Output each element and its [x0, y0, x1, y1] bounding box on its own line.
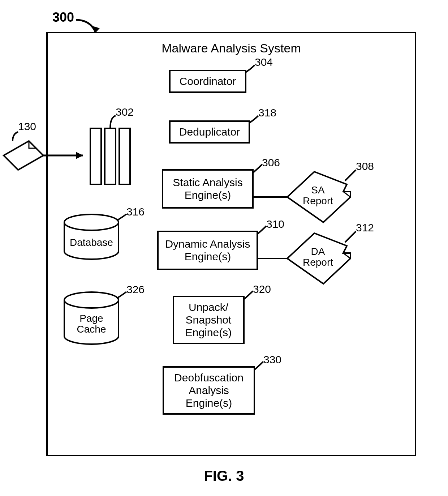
svg-rect-1 — [105, 128, 116, 184]
ref-306: 306 — [262, 157, 280, 168]
static-engine-l2: Engine(s) — [185, 189, 231, 201]
coordinator-label: Coordinator — [180, 75, 236, 87]
dynamic-engine-l1: Dynamic Analysis — [165, 238, 250, 250]
unpack-engine-l2: Snapshot — [186, 314, 232, 326]
sa-report-l2: Report — [303, 195, 333, 206]
figure-number: 300 — [52, 10, 74, 25]
da-report-l2: Report — [303, 257, 333, 268]
leader-326 — [117, 292, 126, 298]
static-engine-l1: Static Analysis — [173, 176, 242, 188]
ref-310: 310 — [266, 218, 284, 230]
deobf-engine-l1: Deobfuscation — [174, 372, 244, 384]
ref-304: 304 — [255, 56, 273, 68]
leader-312 — [345, 231, 356, 242]
leader-308 — [345, 170, 356, 181]
deduplicator-label: Deduplicator — [179, 126, 240, 138]
svg-point-3 — [64, 214, 119, 230]
unpack-engine-l1: Unpack/ — [189, 301, 229, 313]
leader-310 — [257, 226, 266, 234]
unpack-engine-l3: Engine(s) — [185, 326, 232, 338]
input-document-icon — [4, 141, 43, 170]
database-label: Database — [70, 237, 113, 248]
deobf-engine-l2: Analysis — [189, 384, 229, 396]
deobf-engine-l3: Engine(s) — [186, 397, 232, 409]
ref-320: 320 — [253, 283, 271, 295]
leader-330 — [254, 362, 263, 370]
da-report-l1: DA — [311, 246, 325, 257]
figure-caption: FIG. 3 — [204, 468, 244, 484]
ref-302: 302 — [116, 106, 134, 118]
ref-318: 318 — [258, 107, 276, 119]
page-cache-l1: Page — [79, 313, 103, 324]
leader-130 — [13, 132, 18, 141]
sa-report-l1: SA — [311, 184, 325, 196]
ref-130: 130 — [18, 120, 36, 132]
svg-rect-2 — [119, 128, 130, 184]
svg-rect-0 — [90, 128, 101, 184]
arrow-in-head-icon — [76, 152, 83, 159]
ref-312: 312 — [356, 222, 374, 234]
page-cache-l2: Cache — [77, 324, 106, 335]
leader-318 — [249, 116, 258, 123]
ref-330: 330 — [263, 354, 281, 365]
leader-304 — [246, 65, 255, 72]
leader-306 — [253, 164, 262, 173]
system-title: Malware Analysis System — [161, 41, 301, 55]
dynamic-engine-l2: Engine(s) — [185, 251, 231, 262]
queue-icon — [90, 128, 130, 184]
leader-316 — [117, 214, 126, 221]
ref-316: 316 — [126, 206, 145, 218]
ref-308: 308 — [356, 160, 374, 172]
leader-320 — [244, 291, 253, 299]
leader-302 — [110, 116, 116, 128]
ref-326: 326 — [126, 283, 145, 295]
svg-point-4 — [64, 292, 119, 308]
figure-svg: 300 Malware Analysis System FIG. 3 130 3… — [0, 0, 448, 496]
